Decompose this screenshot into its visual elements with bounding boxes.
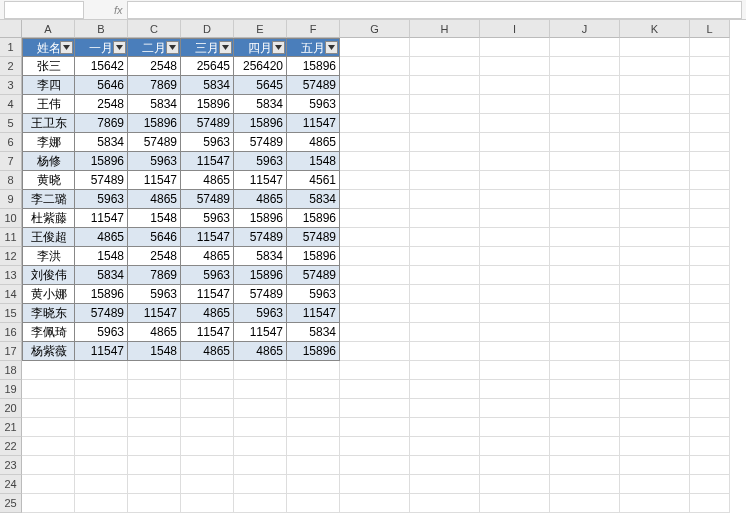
empty-cell[interactable] bbox=[75, 437, 128, 456]
empty-cell[interactable] bbox=[181, 475, 234, 494]
empty-cell[interactable] bbox=[480, 456, 550, 475]
select-all-corner[interactable] bbox=[0, 20, 22, 38]
name-cell[interactable]: 王卫东 bbox=[22, 114, 75, 133]
empty-cell[interactable] bbox=[550, 456, 620, 475]
row-header-25[interactable]: 25 bbox=[0, 494, 22, 513]
empty-cell[interactable] bbox=[480, 152, 550, 171]
column-header-I[interactable]: I bbox=[480, 20, 550, 38]
empty-cell[interactable] bbox=[690, 494, 730, 513]
empty-cell[interactable] bbox=[690, 133, 730, 152]
row-header-10[interactable]: 10 bbox=[0, 209, 22, 228]
empty-cell[interactable] bbox=[181, 399, 234, 418]
empty-cell[interactable] bbox=[550, 304, 620, 323]
empty-cell[interactable] bbox=[480, 380, 550, 399]
empty-cell[interactable] bbox=[410, 380, 480, 399]
value-cell[interactable]: 4865 bbox=[181, 342, 234, 361]
row-header-2[interactable]: 2 bbox=[0, 57, 22, 76]
filter-dropdown-icon[interactable] bbox=[272, 41, 285, 54]
value-cell[interactable]: 11547 bbox=[234, 171, 287, 190]
empty-cell[interactable] bbox=[287, 456, 340, 475]
value-cell[interactable]: 5963 bbox=[234, 304, 287, 323]
empty-cell[interactable] bbox=[550, 323, 620, 342]
column-header-C[interactable]: C bbox=[128, 20, 181, 38]
empty-cell[interactable] bbox=[480, 114, 550, 133]
empty-cell[interactable] bbox=[340, 266, 410, 285]
value-cell[interactable]: 11547 bbox=[181, 228, 234, 247]
row-header-6[interactable]: 6 bbox=[0, 133, 22, 152]
empty-cell[interactable] bbox=[340, 285, 410, 304]
empty-cell[interactable] bbox=[550, 57, 620, 76]
value-cell[interactable]: 15896 bbox=[234, 209, 287, 228]
column-header-D[interactable]: D bbox=[181, 20, 234, 38]
value-cell[interactable]: 57489 bbox=[75, 171, 128, 190]
empty-cell[interactable] bbox=[128, 494, 181, 513]
value-cell[interactable]: 5645 bbox=[234, 76, 287, 95]
row-header-18[interactable]: 18 bbox=[0, 361, 22, 380]
empty-cell[interactable] bbox=[480, 76, 550, 95]
filter-dropdown-icon[interactable] bbox=[60, 41, 73, 54]
empty-cell[interactable] bbox=[480, 38, 550, 57]
empty-cell[interactable] bbox=[410, 475, 480, 494]
empty-cell[interactable] bbox=[340, 133, 410, 152]
empty-cell[interactable] bbox=[550, 494, 620, 513]
empty-cell[interactable] bbox=[340, 171, 410, 190]
value-cell[interactable]: 5834 bbox=[287, 190, 340, 209]
empty-cell[interactable] bbox=[690, 475, 730, 494]
value-cell[interactable]: 1548 bbox=[287, 152, 340, 171]
empty-cell[interactable] bbox=[480, 475, 550, 494]
empty-cell[interactable] bbox=[550, 285, 620, 304]
value-cell[interactable]: 5834 bbox=[234, 95, 287, 114]
empty-cell[interactable] bbox=[620, 456, 690, 475]
value-cell[interactable]: 4865 bbox=[75, 228, 128, 247]
row-header-14[interactable]: 14 bbox=[0, 285, 22, 304]
empty-cell[interactable] bbox=[620, 152, 690, 171]
value-cell[interactable]: 57489 bbox=[181, 190, 234, 209]
value-cell[interactable]: 256420 bbox=[234, 57, 287, 76]
empty-cell[interactable] bbox=[480, 323, 550, 342]
value-cell[interactable]: 5834 bbox=[287, 323, 340, 342]
row-header-9[interactable]: 9 bbox=[0, 190, 22, 209]
value-cell[interactable]: 5963 bbox=[128, 285, 181, 304]
empty-cell[interactable] bbox=[128, 456, 181, 475]
empty-cell[interactable] bbox=[480, 228, 550, 247]
column-header-H[interactable]: H bbox=[410, 20, 480, 38]
empty-cell[interactable] bbox=[690, 437, 730, 456]
empty-cell[interactable] bbox=[22, 380, 75, 399]
column-header-A[interactable]: A bbox=[22, 20, 75, 38]
name-cell[interactable]: 杨紫薇 bbox=[22, 342, 75, 361]
filter-dropdown-icon[interactable] bbox=[325, 41, 338, 54]
row-header-16[interactable]: 16 bbox=[0, 323, 22, 342]
value-cell[interactable]: 57489 bbox=[75, 304, 128, 323]
empty-cell[interactable] bbox=[410, 209, 480, 228]
empty-cell[interactable] bbox=[75, 380, 128, 399]
empty-cell[interactable] bbox=[620, 342, 690, 361]
table-header-cell[interactable]: 二月 bbox=[128, 38, 181, 57]
value-cell[interactable]: 15896 bbox=[181, 95, 234, 114]
empty-cell[interactable] bbox=[690, 228, 730, 247]
value-cell[interactable]: 5834 bbox=[75, 266, 128, 285]
empty-cell[interactable] bbox=[234, 399, 287, 418]
name-cell[interactable]: 李洪 bbox=[22, 247, 75, 266]
empty-cell[interactable] bbox=[234, 418, 287, 437]
value-cell[interactable]: 5963 bbox=[287, 285, 340, 304]
value-cell[interactable]: 5963 bbox=[75, 323, 128, 342]
row-header-12[interactable]: 12 bbox=[0, 247, 22, 266]
empty-cell[interactable] bbox=[410, 95, 480, 114]
empty-cell[interactable] bbox=[340, 361, 410, 380]
name-cell[interactable]: 张三 bbox=[22, 57, 75, 76]
name-cell[interactable]: 李二璐 bbox=[22, 190, 75, 209]
empty-cell[interactable] bbox=[550, 418, 620, 437]
empty-cell[interactable] bbox=[75, 456, 128, 475]
empty-cell[interactable] bbox=[75, 399, 128, 418]
value-cell[interactable]: 11547 bbox=[128, 171, 181, 190]
column-header-J[interactable]: J bbox=[550, 20, 620, 38]
filter-dropdown-icon[interactable] bbox=[113, 41, 126, 54]
empty-cell[interactable] bbox=[181, 437, 234, 456]
empty-cell[interactable] bbox=[480, 418, 550, 437]
row-header-11[interactable]: 11 bbox=[0, 228, 22, 247]
empty-cell[interactable] bbox=[480, 399, 550, 418]
row-header-24[interactable]: 24 bbox=[0, 475, 22, 494]
empty-cell[interactable] bbox=[620, 114, 690, 133]
empty-cell[interactable] bbox=[620, 228, 690, 247]
row-header-13[interactable]: 13 bbox=[0, 266, 22, 285]
